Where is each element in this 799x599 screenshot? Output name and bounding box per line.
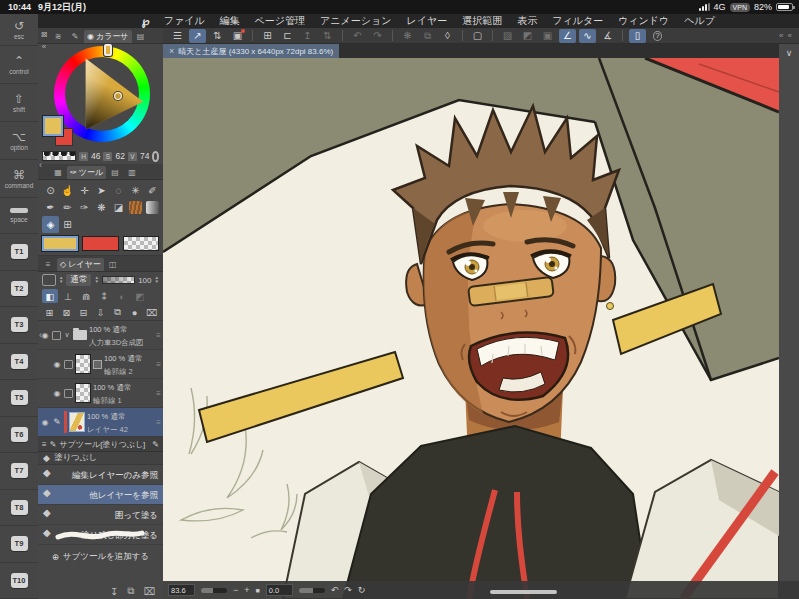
airbrush-tool[interactable]: ❋ <box>93 199 110 216</box>
t1-key[interactable]: T1 <box>0 234 38 271</box>
expand-selection-button[interactable]: ▣ <box>539 29 556 43</box>
opacity-stepper[interactable]: ▲▼ <box>155 276 159 284</box>
folder-expand-caret[interactable]: ∨ <box>63 331 71 339</box>
menu-help[interactable]: ヘルプ <box>684 14 715 28</box>
home-indicator[interactable] <box>490 590 557 594</box>
layer-checkbox[interactable] <box>64 360 73 369</box>
menu-file[interactable]: ファイル <box>164 14 205 28</box>
new-layer-button[interactable]: ⊞ <box>42 305 57 319</box>
t10-key[interactable]: T10 <box>0 563 38 599</box>
zoom-out-button[interactable]: − <box>233 585 238 595</box>
clip-to-layer-below-button[interactable]: ⊥ <box>60 289 76 303</box>
processing-button[interactable]: ❋ <box>399 29 416 43</box>
merge-down-button[interactable]: ⧉ <box>110 305 125 319</box>
layer-visibility-icon[interactable]: ◉ <box>52 360 62 369</box>
add-subtool-button[interactable]: ⊕ サブツールを追加する <box>38 545 163 569</box>
sub-color-large-swatch[interactable] <box>82 236 118 251</box>
rotation-value-field[interactable]: 0.0 <box>266 584 293 596</box>
command-key[interactable]: ⌘ command <box>0 160 38 198</box>
menu-page[interactable]: ページ管理 <box>255 14 305 28</box>
layer-panel-menu[interactable]: ≡ <box>40 258 56 271</box>
tab-color-history[interactable]: ▤ <box>133 30 149 43</box>
duplicate-button[interactable]: ⧉ <box>419 29 436 43</box>
t2-key[interactable]: T2 <box>0 271 38 308</box>
device-display-button[interactable]: ▯ <box>629 29 646 43</box>
clip-studio-logo-icon[interactable]: ℘ <box>142 15 150 28</box>
canvas-tab[interactable]: × 晴天と土産屋 (4330 x 6440px 72dpi 83.6%) <box>163 44 339 58</box>
subtool-item[interactable]: ◆ 囲って塗る <box>38 505 163 525</box>
figure-tool[interactable]: ⊞ <box>59 216 76 233</box>
decoration-tool[interactable] <box>127 199 144 216</box>
subtool-group-header[interactable]: ◆ 塗りつぶし <box>38 452 163 465</box>
t4-key[interactable]: T4 <box>0 344 38 381</box>
lasso-tool[interactable]: ◌ <box>110 182 127 199</box>
snap-to-ruler-button[interactable]: ∠ <box>559 29 576 43</box>
control-key[interactable]: ⌃ control <box>0 46 38 84</box>
tab-layer[interactable]: ◇ レイヤー <box>57 258 104 271</box>
panel-collapse-icon[interactable]: « <box>42 42 46 51</box>
menu-layer[interactable]: レイヤー <box>406 14 447 28</box>
value-value[interactable]: 74 <box>140 151 149 161</box>
zoom-in-button[interactable]: + <box>244 585 249 595</box>
canvas-collapse-chevron-icon[interactable]: ∨ <box>786 48 793 599</box>
layer-row[interactable]: ◉ 100 % 通常 輪郭線 2 ≡ <box>38 350 163 379</box>
zoom-slider[interactable] <box>201 588 227 593</box>
opacity-value[interactable]: 100 <box>138 276 151 285</box>
deselect-button[interactable]: ▨ <box>499 29 516 43</box>
right-dock-strip[interactable]: ∨ <box>779 44 799 599</box>
rotate-ccw-button[interactable]: ↶ <box>331 585 339 595</box>
layer-select-mode-button[interactable]: ◧ <box>42 289 58 303</box>
clear-button[interactable]: ◊ <box>439 29 456 43</box>
close-tab-icon[interactable]: × <box>169 46 174 56</box>
t6-key[interactable]: T6 <box>0 417 38 454</box>
shift-key[interactable]: ⇧ shift <box>0 84 38 122</box>
gesture-help-button[interactable]: ? <box>649 29 666 43</box>
blend-mode-select[interactable]: 通常 <box>66 274 91 286</box>
layer-row-folder[interactable]: ◉ ∨ 100 % 通常 人力車3D合成図 ≡ <box>38 321 163 350</box>
invert-selection-button[interactable]: ◩ <box>519 29 536 43</box>
tab-color-set[interactable]: ✎ <box>67 30 83 43</box>
selection-launcher-button[interactable]: ▢ <box>469 29 486 43</box>
tab-material[interactable]: ▦ <box>50 166 66 179</box>
t3-key[interactable]: T3 <box>0 307 38 344</box>
subtool-tab-label[interactable]: サブツール[塗りつぶし] <box>59 439 145 450</box>
tab-color-wheel[interactable]: ◉ カラーサ <box>84 30 132 43</box>
gradient-tool[interactable] <box>144 199 161 216</box>
undo-button[interactable]: ↶ <box>349 29 366 43</box>
snap-to-special-ruler-button[interactable]: ∿ <box>579 29 596 43</box>
pen-tool[interactable]: ✒ <box>42 199 59 216</box>
layer-row[interactable]: ◉ 100 % 通常 輪郭線 1 ≡ <box>38 379 163 408</box>
eraser-tool[interactable]: ◪ <box>110 199 127 216</box>
layer-drag-handle[interactable]: ≡ <box>156 389 161 398</box>
t5-key[interactable]: T5 <box>0 380 38 417</box>
save-switch-button[interactable]: ⇅ <box>319 29 336 43</box>
delete-subtool-button[interactable]: ⌧ <box>143 586 155 597</box>
brush-tool[interactable]: ✑ <box>76 199 93 216</box>
space-key[interactable]: space <box>0 198 38 234</box>
menu-view[interactable]: 表示 <box>517 14 537 28</box>
ruler-setting-button[interactable]: ◩ <box>132 289 148 303</box>
snap-to-grid-button[interactable]: ∡ <box>599 29 616 43</box>
subtool-item[interactable]: ◆ 編集レイヤーのみ参照 <box>38 465 163 485</box>
menu-filter[interactable]: フィルター <box>552 14 603 28</box>
save-upload-button[interactable]: ↥ <box>299 29 316 43</box>
tab-tool[interactable]: ✑ ツール <box>67 166 106 179</box>
move-tool[interactable]: ✛ <box>76 182 93 199</box>
blend-stepper[interactable]: ▲▼ <box>94 276 98 284</box>
subtool-edit-icon[interactable]: ✎ <box>152 440 159 449</box>
tab-tool-extra-2[interactable]: ▥ <box>124 166 140 179</box>
t8-key[interactable]: T8 <box>0 490 38 527</box>
layer-drag-handle[interactable]: ≡ <box>156 331 161 340</box>
fit-to-screen-button[interactable]: ■ <box>256 587 260 594</box>
enable-mask-button[interactable]: ◐ <box>114 289 130 303</box>
hand-tool[interactable]: ☝ <box>59 182 76 199</box>
tab-layer-property[interactable]: ◫ <box>105 258 121 271</box>
rotate-cw-button[interactable]: ↷ <box>344 585 352 595</box>
color-picker-icon[interactable] <box>152 151 159 162</box>
eyedropper-tool[interactable]: ✐ <box>144 182 161 199</box>
layer-visibility-icon[interactable]: ◉ <box>52 389 62 398</box>
duplicate-subtool-button[interactable]: ⧉ <box>127 585 134 597</box>
operation-tool[interactable]: ➤ <box>93 182 110 199</box>
layer-checkbox[interactable] <box>52 331 61 340</box>
panel-close-icon[interactable]: ⊠ <box>41 30 48 39</box>
